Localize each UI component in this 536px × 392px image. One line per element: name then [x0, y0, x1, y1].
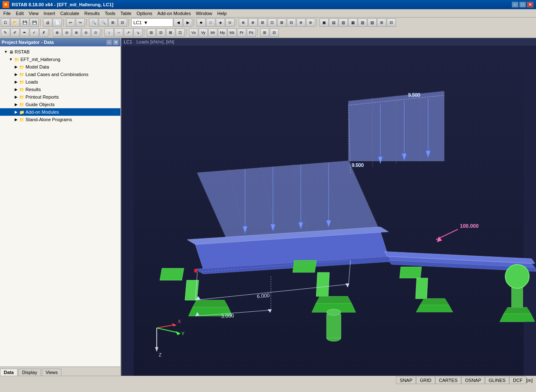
- restore-button[interactable]: □: [519, 2, 526, 8]
- tab-views[interactable]: Views: [42, 369, 61, 376]
- tb-tool6[interactable]: ⊟: [287, 18, 296, 27]
- tb-tool3[interactable]: ⊞: [258, 18, 267, 27]
- tb-zoom-fit[interactable]: ⊞: [108, 18, 117, 27]
- tb2-8[interactable]: ⊗: [72, 28, 81, 37]
- tb2-10[interactable]: ⊙: [91, 28, 100, 37]
- tb-tool7[interactable]: ⊛: [296, 18, 306, 27]
- tb2-5[interactable]: ✗: [39, 28, 48, 37]
- tb2-18[interactable]: ⊡: [176, 28, 185, 37]
- tb-tool1[interactable]: ⊕: [239, 18, 248, 27]
- tb2-9[interactable]: ⊘: [82, 28, 91, 37]
- tree-project[interactable]: ▼ 📁 EFT_mit_Halterung: [0, 56, 120, 63]
- tb2-7[interactable]: ⊖: [62, 28, 71, 37]
- tb2-21[interactable]: Mr: [208, 28, 217, 37]
- menu-file[interactable]: File: [1, 10, 13, 17]
- tb-prev-lc[interactable]: ◀: [174, 18, 183, 27]
- menu-insert[interactable]: Insert: [41, 10, 58, 17]
- tb-zoom-out[interactable]: 🔍: [99, 18, 108, 27]
- tb-render4[interactable]: ⊙: [225, 18, 235, 27]
- tree-item-loads[interactable]: ▶ 📁 Loads: [0, 78, 120, 86]
- tb-tool5[interactable]: ⊠: [277, 18, 286, 27]
- tb2-1[interactable]: ✎: [1, 28, 10, 37]
- tree-item-results[interactable]: ▶ 📁 Results: [0, 86, 120, 93]
- tb-view5[interactable]: ▧: [358, 18, 367, 27]
- tb2-25[interactable]: Pz: [247, 28, 256, 37]
- tb2-20[interactable]: Vy: [199, 28, 208, 37]
- status-dcf[interactable]: DCF: [509, 377, 526, 384]
- status-cartes[interactable]: CARTES: [435, 377, 461, 384]
- tb-view4[interactable]: ▦: [348, 18, 357, 27]
- tb-view7[interactable]: ⊞: [377, 18, 386, 27]
- tb-tool8[interactable]: ⊚: [306, 18, 315, 27]
- tree-root-rstab[interactable]: ▼ 🖥 RSTAB: [0, 48, 120, 56]
- menu-edit[interactable]: Edit: [13, 10, 26, 17]
- tb2-16[interactable]: ⊟: [156, 28, 166, 37]
- tab-data[interactable]: Data: [0, 369, 18, 376]
- status-snap[interactable]: SNAP: [396, 377, 416, 384]
- tb-render2[interactable]: □: [206, 18, 215, 27]
- menu-tools[interactable]: Tools: [102, 10, 118, 17]
- menu-view[interactable]: View: [26, 10, 41, 17]
- tb-view1[interactable]: ▣: [319, 18, 329, 27]
- tb2-2[interactable]: ✐: [10, 28, 20, 37]
- tb-view8[interactable]: ⊟: [387, 18, 396, 27]
- tb2-15[interactable]: ⊞: [147, 28, 156, 37]
- tab-display[interactable]: Display: [18, 369, 41, 376]
- menu-table[interactable]: Table: [118, 10, 134, 17]
- menu-addon[interactable]: Add-on Modules: [155, 10, 193, 17]
- tb2-11[interactable]: ↕: [105, 28, 114, 37]
- tb-zoom-in[interactable]: 🔍: [89, 18, 98, 27]
- tb2-13[interactable]: ↗: [124, 28, 133, 37]
- status-grid[interactable]: GRID: [416, 377, 435, 384]
- menu-help[interactable]: Help: [215, 10, 230, 17]
- status-osnap[interactable]: OSNAP: [461, 377, 485, 384]
- minimize-button[interactable]: ─: [512, 2, 518, 8]
- tree-item-standalone[interactable]: ▶ 📁 Stand-Alone Programs: [0, 116, 120, 123]
- tb2-14[interactable]: ↘: [133, 28, 143, 37]
- tb-view3[interactable]: ▥: [339, 18, 348, 27]
- tree-item-load-cases[interactable]: ▶ 📁 Load Cases and Combinations: [0, 71, 120, 78]
- tb2-3[interactable]: ✒: [20, 28, 29, 37]
- tb-undo[interactable]: ↩: [66, 18, 75, 27]
- tb-tool2[interactable]: ⊗: [248, 18, 258, 27]
- tb2-19[interactable]: Vx: [189, 28, 198, 37]
- panel-close-button[interactable]: ✕: [113, 39, 119, 45]
- tb-tool4[interactable]: ⊡: [268, 18, 277, 27]
- tb2-22[interactable]: My: [218, 28, 227, 37]
- tb2-23[interactable]: Mz: [227, 28, 237, 37]
- panel-pin-button[interactable]: ─: [106, 39, 112, 45]
- lc-dropdown[interactable]: LC1 ▼: [131, 18, 173, 27]
- tb-print2[interactable]: 📄: [53, 18, 62, 27]
- tb-save2[interactable]: 💾: [30, 18, 39, 27]
- close-button[interactable]: ✕: [527, 2, 533, 8]
- tb2-4[interactable]: ✓: [30, 28, 39, 37]
- tb-render3[interactable]: ◈: [216, 18, 225, 27]
- menu-results[interactable]: Results: [82, 10, 102, 17]
- tb-render1[interactable]: ■: [197, 18, 206, 27]
- tree-item-addon[interactable]: ▶ 📁 Add-on Modules: [0, 108, 120, 116]
- viewport-title: LC1: [124, 39, 132, 44]
- tb-print[interactable]: 🖨: [43, 18, 52, 27]
- tree-item-model-data[interactable]: ▶ 📁 Model Data: [0, 63, 120, 71]
- tb-zoom-fit2[interactable]: ⊟: [118, 18, 127, 27]
- tb2-12[interactable]: ↔: [114, 28, 123, 37]
- menu-window[interactable]: Window: [193, 10, 214, 17]
- menu-options[interactable]: Options: [134, 10, 155, 17]
- tb-new[interactable]: 🗋: [1, 18, 10, 27]
- tb2-17[interactable]: ⊠: [166, 28, 175, 37]
- tb-view6[interactable]: ▨: [368, 18, 377, 27]
- tb-save[interactable]: 💾: [20, 18, 29, 27]
- tree-item-guide[interactable]: ▶ 📁 Guide Objects: [0, 101, 120, 108]
- tb-view2[interactable]: ▤: [329, 18, 338, 27]
- tb2-6[interactable]: ⊕: [53, 28, 62, 37]
- tb2-26[interactable]: ⊞: [260, 28, 269, 37]
- viewport-canvas[interactable]: 9.500 9.500 6.000: [121, 46, 536, 376]
- tree-item-printout[interactable]: ▶ 📁 Printout Reports: [0, 93, 120, 101]
- status-glines[interactable]: GLINES: [485, 377, 509, 384]
- tb2-24[interactable]: Pr: [237, 28, 246, 37]
- menu-calculate[interactable]: Calculate: [58, 10, 82, 17]
- tb-redo[interactable]: ↪: [76, 18, 85, 27]
- tb2-27[interactable]: ⊟: [270, 28, 279, 37]
- tb-next-lc[interactable]: ▶: [183, 18, 192, 27]
- tb-open[interactable]: 📂: [10, 18, 20, 27]
